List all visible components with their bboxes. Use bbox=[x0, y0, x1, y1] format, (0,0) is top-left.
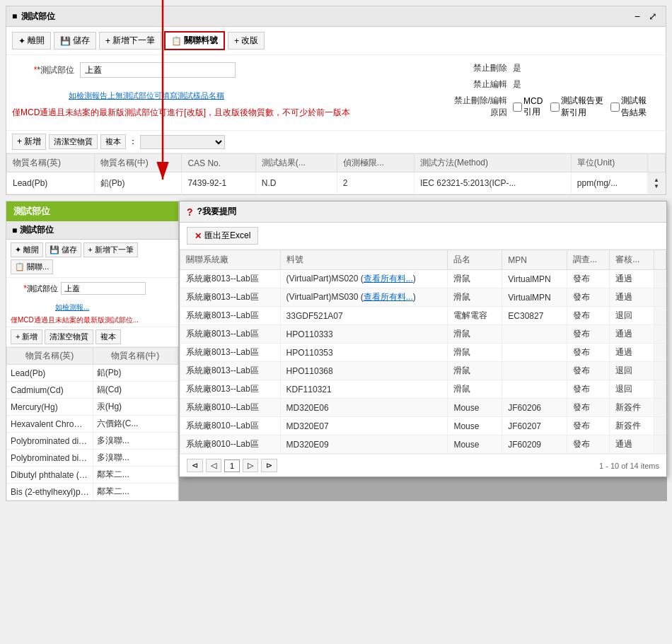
forbid-reason-row: 禁止刪除/編輯原因 MCD引用 測試報告更新引用 測試報告結果 bbox=[451, 95, 654, 119]
sidebar-table-row[interactable]: Polybrominated diphenyl ...多溴聯... bbox=[7, 433, 178, 450]
report-result-checkbox[interactable] bbox=[610, 103, 620, 112]
modal-table-row[interactable]: 系統廠8010--Lab區MD320E06MouseJF60206發布新簽件 bbox=[180, 399, 666, 417]
sidebar-substance-table: 物質名稱(英) 物質名稱(中) Lead(Pb)鉛(Pb)Cadmium(Cd)… bbox=[6, 347, 178, 500]
cell-review: 通過 bbox=[610, 288, 654, 307]
modal-table-row[interactable]: 系統廠8013--Lab區HPO110333滑鼠發布通過 bbox=[180, 325, 666, 344]
next-page-btn[interactable]: ▷ bbox=[243, 459, 258, 472]
modal-table-row[interactable]: 系統廠8013--Lab區(VirtualPart)MS030 (查看所有料..… bbox=[180, 288, 666, 307]
scroll-down-btn[interactable]: ▼ bbox=[654, 183, 659, 189]
sidebar-back-btn[interactable]: ✦ 離開 bbox=[11, 242, 43, 257]
sidebar-table-wrap: 物質名稱(英) 物質名稱(中) Lead(Pb)鉛(Pb)Cadmium(Cd)… bbox=[6, 347, 178, 500]
sidebar-copy-btn[interactable]: 複本 bbox=[95, 329, 121, 344]
cell-unit: ppm(mg/... bbox=[571, 172, 647, 194]
dept-label: **測試部位 bbox=[18, 64, 74, 76]
cell-mpn bbox=[502, 325, 567, 344]
sidebar-cell-zh: 多溴聯... bbox=[93, 433, 178, 450]
copy-button[interactable]: 複本 bbox=[100, 134, 126, 149]
cell-vendor: 系統廠8013--Lab區 bbox=[180, 325, 281, 344]
table-header-row: 物質名稱(英) 物質名稱(中) CAS No. 測試結果(... 偵測極限...… bbox=[7, 154, 666, 172]
save-button[interactable]: 💾 儲存 bbox=[54, 32, 96, 49]
modal-table-row[interactable]: 系統廠8013--Lab區33GDF521A07電解電容EC30827發布退回 bbox=[180, 307, 666, 325]
cell-review: 退回 bbox=[610, 380, 654, 399]
modal-table-row[interactable]: 系統廠8010--Lab區MD320E09MouseJF60209發布通過 bbox=[180, 435, 666, 454]
col-survey: 調查... bbox=[567, 250, 609, 270]
report-result-label: 測試報告結果 bbox=[621, 95, 654, 119]
sidebar-table-row[interactable]: Dibutyl phthalate (DBP)鄰苯二... bbox=[7, 467, 178, 484]
cell-survey: 發布 bbox=[567, 307, 609, 325]
first-page-btn[interactable]: ⊲ bbox=[187, 459, 203, 472]
current-page-btn[interactable]: 1 bbox=[224, 459, 240, 472]
sidebar-cell-zh: 六價鉻(C... bbox=[93, 416, 178, 433]
sidebar-dept-input[interactable] bbox=[61, 282, 146, 295]
back-button[interactable]: ✦ 離開 bbox=[12, 32, 51, 49]
sidebar-cell-en: Dibutyl phthalate (DBP) bbox=[7, 467, 93, 484]
sidebar-dept-row: *測試部位 bbox=[12, 282, 173, 295]
sidebar-toolbar: ✦ 離開 💾 儲存 + 新增下一筆 📋 關聯... bbox=[6, 240, 178, 278]
last-page-btn[interactable]: ⊳ bbox=[261, 459, 277, 472]
cell-product: Mouse bbox=[448, 399, 502, 417]
sidebar-table-row[interactable]: Hexavalent Chromium(C...六價鉻(C... bbox=[7, 416, 178, 433]
sidebar-relate-btn[interactable]: 📋 關聯... bbox=[11, 259, 53, 274]
prev-page-btn[interactable]: ◁ bbox=[206, 459, 221, 472]
top-toolbar: ✦ 離開 💾 儲存 + 新增下一筆 📋 關聯料號 + 改版 bbox=[6, 27, 666, 55]
panel-title: 測試部位 bbox=[21, 11, 55, 23]
partno-link[interactable]: 查看所有料... bbox=[364, 292, 413, 302]
add-row-button[interactable]: + 新增 bbox=[12, 134, 46, 150]
table-row[interactable]: Lead(Pb) 鉛(Pb) 7439-92-1 N.D 2 IEC 62321… bbox=[7, 172, 666, 194]
cell-vendor: 系統廠8010--Lab區 bbox=[180, 399, 281, 417]
sidebar-cell-zh: 多溴聯... bbox=[93, 450, 178, 467]
modal-box: ? ?我要提問 ✕ 匯出至Excel 關聯系統廠 料號 品名 MPN bbox=[179, 201, 667, 477]
cell-vendor: 系統廠8010--Lab區 bbox=[180, 435, 281, 454]
modal-table-row[interactable]: 系統廠8013--Lab區HPO110368滑鼠發布退回 bbox=[180, 362, 666, 380]
scroll-td bbox=[654, 288, 666, 307]
sidebar-table-toolbar: + 新增 清潔空物質 複本 bbox=[6, 327, 178, 347]
sidebar-table-row[interactable]: Bis (2-ethylhexyl)phthalat鄰苯二... bbox=[7, 484, 178, 500]
report-update-checkbox[interactable] bbox=[550, 103, 560, 112]
col-method: 測試方法(Method) bbox=[414, 154, 571, 172]
sidebar-table-row[interactable]: Cadmium(Cd)鎘(Cd) bbox=[7, 382, 178, 399]
modal-table-row[interactable]: 系統廠8013--Lab區KDF110321滑鼠發布退回 bbox=[180, 380, 666, 399]
modal-toolbar: ✕ 匯出至Excel bbox=[180, 223, 666, 250]
modal-table-row[interactable]: 系統廠8013--Lab區HPO110353滑鼠發布通過 bbox=[180, 344, 666, 362]
forbid-delete-row: 禁止刪除 是 bbox=[451, 62, 654, 74]
sidebar-add-row-btn[interactable]: + 新增 bbox=[11, 329, 42, 344]
cell-partno: 33GDF521A07 bbox=[280, 307, 448, 325]
cell-mpn: VirtualMPN bbox=[502, 288, 567, 307]
sidebar-table-row[interactable]: Mercury(Hg)汞(Hg) bbox=[7, 399, 178, 416]
modal-title: ?我要提問 bbox=[197, 206, 236, 218]
report-update-checkbox-item[interactable]: 測試報告更新引用 bbox=[550, 95, 606, 119]
modal-table-row[interactable]: 系統廠8013--Lab區(VirtualPart)MS020 (查看所有料..… bbox=[180, 270, 666, 288]
modal-footer: ⊲ ◁ 1 ▷ ⊳ 1 - 10 of 14 items bbox=[180, 454, 666, 476]
sidebar-cell-zh: 鎘(Cd) bbox=[93, 382, 178, 399]
cell-partno: MD320E09 bbox=[280, 435, 448, 454]
maximize-button[interactable]: ⤢ bbox=[646, 9, 660, 23]
red-arrow-svg bbox=[141, 0, 283, 194]
sidebar-cell-zh: 鄰苯二... bbox=[93, 467, 178, 484]
mcd-checkbox-item[interactable]: MCD引用 bbox=[513, 96, 546, 118]
cell-partno: (VirtualPart)MS030 (查看所有料...) bbox=[280, 288, 448, 307]
cell-product: Mouse bbox=[448, 417, 502, 435]
cell-survey: 發布 bbox=[567, 435, 609, 454]
sidebar-cell-en: Lead(Pb) bbox=[7, 365, 93, 382]
clear-substance-button[interactable]: 清潔空物質 bbox=[49, 134, 98, 149]
sidebar-save-btn[interactable]: 💾 儲存 bbox=[45, 242, 81, 257]
mcd-checkbox[interactable] bbox=[513, 103, 522, 112]
scroll-up-btn[interactable]: ▲ bbox=[654, 177, 659, 183]
report-result-checkbox-item[interactable]: 測試報告結果 bbox=[610, 95, 654, 119]
minimize-button[interactable]: − bbox=[632, 9, 643, 23]
back-icon: ✦ bbox=[18, 36, 25, 46]
cell-partno: HPO110368 bbox=[280, 362, 448, 380]
partno-link[interactable]: 查看所有料... bbox=[364, 274, 413, 283]
cell-product: 滑鼠 bbox=[448, 380, 502, 399]
sidebar-table-row[interactable]: Lead(Pb)鉛(Pb) bbox=[7, 365, 178, 382]
scroll-col-modal bbox=[654, 250, 666, 270]
scroll-cell: ▲ ▼ bbox=[648, 172, 666, 194]
sidebar: 測試部位 ■ 測試部位 ✦ 離開 💾 儲存 + 新增下一筆 📋 關聯... *測… bbox=[6, 201, 179, 501]
export-excel-button[interactable]: ✕ 匯出至Excel bbox=[187, 227, 258, 245]
sidebar-note[interactable]: 如檢測報... bbox=[55, 303, 178, 312]
sidebar-add-btn[interactable]: + 新增下一筆 bbox=[83, 242, 137, 257]
scroll-col bbox=[648, 154, 666, 172]
sidebar-clear-btn[interactable]: 清潔空物質 bbox=[45, 329, 93, 344]
sidebar-table-row[interactable]: Polybrominated biphenyl...多溴聯... bbox=[7, 450, 178, 467]
modal-table-row[interactable]: 系統廠8010--Lab區MD320E07MouseJF60207發布新簽件 bbox=[180, 417, 666, 435]
